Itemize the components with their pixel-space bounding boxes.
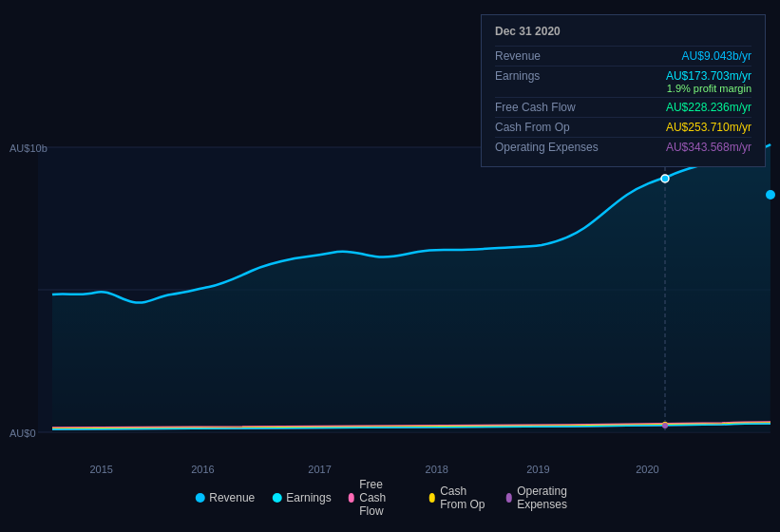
x-label-2020: 2020 bbox=[636, 464, 658, 475]
legend-dot-revenue bbox=[195, 493, 204, 503]
tooltip-value-earnings: AU$173.703m/yr 1.9% profit margin bbox=[623, 69, 751, 94]
tooltip-panel: Dec 31 2020 Revenue AU$9.043b/yr Earning… bbox=[481, 14, 766, 167]
svg-point-7 bbox=[661, 175, 669, 182]
tooltip-value-fcf: AU$228.236m/yr bbox=[623, 101, 751, 114]
tooltip-row-fcf: Free Cash Flow AU$228.236m/yr bbox=[495, 97, 751, 117]
legend-item-cashfromop[interactable]: Cash From Op bbox=[429, 484, 489, 511]
chart-container: AU$10b AU$0 2015 2016 2017 2018 2019 202… bbox=[0, 0, 780, 532]
tooltip-value-cashfromop: AU$253.710m/yr bbox=[623, 121, 751, 134]
tooltip-value-revenue: AU$9.043b/yr bbox=[623, 49, 751, 63]
chart-legend: Revenue Earnings Free Cash Flow Cash Fro… bbox=[195, 478, 585, 518]
tooltip-row-revenue: Revenue AU$9.043b/yr bbox=[495, 46, 751, 66]
x-label-2019: 2019 bbox=[526, 464, 549, 475]
legend-label-revenue: Revenue bbox=[209, 491, 255, 504]
tooltip-label-earnings: Earnings bbox=[495, 69, 623, 83]
x-label-2016: 2016 bbox=[191, 464, 214, 475]
legend-dot-earnings bbox=[272, 493, 281, 503]
tooltip-label-opex: Operating Expenses bbox=[495, 141, 623, 154]
svg-point-5 bbox=[766, 190, 775, 200]
tooltip-label-fcf: Free Cash Flow bbox=[495, 101, 623, 114]
x-label-2017: 2017 bbox=[308, 464, 331, 475]
legend-label-cashfromop: Cash From Op bbox=[440, 484, 488, 511]
legend-item-revenue[interactable]: Revenue bbox=[195, 491, 255, 504]
svg-point-10 bbox=[662, 423, 668, 428]
legend-dot-cashfromop bbox=[429, 493, 436, 503]
tooltip-sub-earnings: 1.9% profit margin bbox=[623, 83, 751, 94]
tooltip-row-opex: Operating Expenses AU$343.568m/yr bbox=[495, 137, 751, 157]
legend-item-fcf[interactable]: Free Cash Flow bbox=[349, 478, 412, 518]
x-label-2015: 2015 bbox=[89, 464, 112, 475]
tooltip-row-earnings: Earnings AU$173.703m/yr 1.9% profit marg… bbox=[495, 66, 751, 97]
y-label-top: AU$10b bbox=[10, 142, 48, 154]
tooltip-value-opex: AU$343.568m/yr bbox=[623, 141, 751, 154]
legend-label-earnings: Earnings bbox=[286, 491, 331, 504]
legend-item-opex[interactable]: Operating Expenses bbox=[506, 484, 585, 511]
legend-item-earnings[interactable]: Earnings bbox=[272, 491, 331, 504]
legend-label-opex: Operating Expenses bbox=[517, 484, 585, 511]
tooltip-label-revenue: Revenue bbox=[495, 49, 623, 63]
y-label-bottom: AU$0 bbox=[10, 428, 36, 439]
tooltip-date: Dec 31 2020 bbox=[495, 25, 751, 38]
tooltip-row-cashfromop: Cash From Op AU$253.710m/yr bbox=[495, 117, 751, 137]
legend-dot-opex bbox=[506, 493, 513, 503]
x-label-2018: 2018 bbox=[426, 464, 448, 475]
tooltip-label-cashfromop: Cash From Op bbox=[495, 121, 623, 134]
legend-dot-fcf bbox=[349, 493, 355, 503]
legend-label-fcf: Free Cash Flow bbox=[359, 478, 411, 518]
